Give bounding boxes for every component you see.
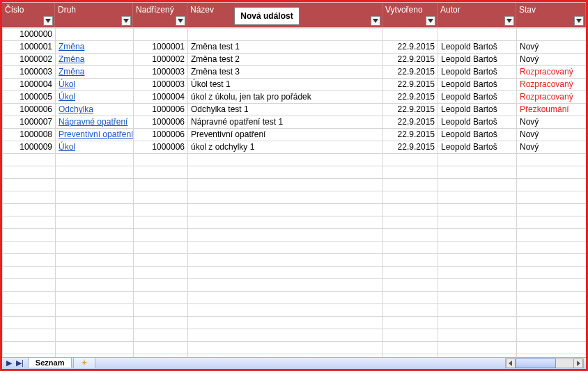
cell-druh[interactable] — [56, 216, 134, 228]
cell-vytvoreno — [383, 228, 438, 241]
table-row[interactable]: 1000008Preventivní opatření1000006Preven… — [3, 128, 587, 141]
table-row[interactable] — [3, 203, 587, 216]
tab-nav-last-icon[interactable]: ▶| — [16, 358, 24, 368]
cell-druh[interactable] — [56, 303, 134, 316]
scroll-right-icon[interactable] — [573, 358, 583, 368]
table-row[interactable] — [3, 216, 587, 228]
cell-nadrizeny: 1000001 — [134, 40, 188, 53]
tab-new-button[interactable] — [73, 357, 95, 368]
cell-druh[interactable] — [56, 166, 134, 178]
cell-druh[interactable]: Úkol — [56, 141, 134, 153]
cell-nadrizeny — [134, 329, 188, 341]
cell-druh[interactable] — [56, 266, 134, 278]
cell-vytvoreno — [383, 203, 438, 216]
table-row[interactable] — [3, 241, 587, 253]
cell-druh[interactable]: Úkol — [56, 78, 134, 90]
cell-nazev: Změna test 2 — [188, 53, 383, 65]
filter-dropdown-icon[interactable] — [371, 16, 380, 26]
cell-nazev — [188, 266, 383, 278]
column-header-stav[interactable]: Stav — [516, 3, 586, 27]
cell-nadrizeny: 1000006 — [134, 141, 188, 153]
cell-nadrizeny — [134, 266, 188, 278]
cell-druh[interactable] — [56, 291, 134, 303]
filter-dropdown-icon[interactable] — [426, 16, 435, 26]
cell-druh[interactable]: Změna — [56, 65, 134, 78]
cell-nazev: Odchylka test 1 — [188, 103, 383, 116]
cell-druh[interactable] — [56, 191, 134, 203]
table-row[interactable]: 1000004Úkol1000003Úkol test 122.9.2015Le… — [3, 78, 587, 90]
scroll-left-icon[interactable] — [506, 358, 516, 368]
table-row[interactable] — [3, 303, 587, 316]
cell-autor: Leopold Bartoš — [438, 128, 517, 141]
cell-cislo — [3, 153, 56, 166]
table-row[interactable]: 1000006Odchylka1000006Odchylka test 122.… — [3, 103, 587, 116]
table-row[interactable]: 1000001Změna1000001Změna test 122.9.2015… — [3, 40, 587, 53]
table-row[interactable] — [3, 178, 587, 191]
horizontal-scrollbar[interactable] — [505, 358, 584, 369]
cell-druh[interactable] — [56, 316, 134, 329]
table-row[interactable]: 1000002Změna1000002Změna test 222.9.2015… — [3, 53, 587, 65]
table-row[interactable] — [3, 341, 587, 354]
cell-stav: Rozpracovaný — [517, 65, 587, 78]
cell-druh[interactable] — [56, 241, 134, 253]
cell-druh[interactable] — [56, 153, 134, 166]
table-row[interactable] — [3, 329, 587, 341]
table-row[interactable] — [3, 228, 587, 241]
table-row[interactable] — [3, 316, 587, 329]
cell-cislo — [3, 203, 56, 216]
filter-dropdown-icon[interactable] — [121, 16, 131, 26]
table-row[interactable]: 1000003Změna1000003Změna test 322.9.2015… — [3, 65, 587, 78]
cell-druh[interactable] — [56, 203, 134, 216]
cell-cislo: 1000004 — [3, 78, 56, 90]
column-header-vytvoreno[interactable]: Vytvořeno — [382, 3, 438, 27]
filter-dropdown-icon[interactable] — [43, 16, 53, 26]
cell-druh[interactable]: Odchylka — [56, 103, 134, 116]
column-header-cislo[interactable]: Číslo — [2, 3, 55, 27]
filter-dropdown-icon[interactable] — [574, 16, 584, 26]
scroll-thumb[interactable] — [516, 358, 556, 368]
cell-stav — [517, 28, 587, 40]
cell-druh[interactable]: Změna — [56, 40, 134, 53]
table-row[interactable] — [3, 291, 587, 303]
table-row[interactable] — [3, 153, 587, 166]
table-row[interactable] — [3, 266, 587, 278]
table-row[interactable] — [3, 166, 587, 178]
cell-autor — [438, 241, 517, 253]
table-row[interactable]: 1000005Úkol1000004úkol z úkolu, jen tak … — [3, 90, 587, 103]
tab-nav-bar: ▶ ▶| Seznam — [2, 357, 586, 370]
cell-druh[interactable] — [56, 253, 134, 266]
cell-druh[interactable] — [56, 329, 134, 341]
cell-nadrizeny — [134, 28, 188, 40]
table-row[interactable]: 1000009Úkol1000006úkol z odchylky 122.9.… — [3, 141, 587, 153]
cell-nazev: Úkol test 1 — [188, 78, 383, 90]
cell-druh[interactable] — [56, 178, 134, 191]
cell-vytvoreno: 22.9.2015 — [383, 78, 438, 90]
column-header-nazev[interactable]: Název — [187, 3, 382, 27]
cell-druh[interactable] — [56, 28, 134, 40]
column-header-nadrizeny[interactable]: Nadřízený — [133, 3, 187, 27]
scroll-track[interactable] — [516, 358, 573, 368]
table-row[interactable]: 1000007Nápravné opatření1000006Nápravné … — [3, 116, 587, 128]
column-header-autor[interactable]: Autor — [438, 3, 516, 27]
cell-druh[interactable]: Změna — [56, 53, 134, 65]
filter-dropdown-icon[interactable] — [176, 16, 185, 26]
cell-druh[interactable] — [56, 341, 134, 354]
cell-druh[interactable] — [56, 228, 134, 241]
cell-vytvoreno: 22.9.2015 — [383, 141, 438, 153]
cell-druh[interactable] — [56, 278, 134, 291]
filter-dropdown-icon[interactable] — [504, 16, 514, 26]
cell-druh[interactable]: Preventivní opatření — [56, 128, 134, 141]
table-row[interactable] — [3, 278, 587, 291]
tab-nav-next-icon[interactable]: ▶ — [6, 358, 12, 368]
cell-druh[interactable]: Nápravné opatření — [56, 116, 134, 128]
table-row[interactable] — [3, 253, 587, 266]
table-row[interactable]: 1000000 — [3, 28, 587, 40]
cell-autor: Leopold Bartoš — [438, 65, 517, 78]
cell-nadrizeny — [134, 191, 188, 203]
cell-stav — [517, 316, 587, 329]
column-header-label: Nadřízený — [136, 5, 174, 15]
table-row[interactable] — [3, 191, 587, 203]
tab-seznam[interactable]: Seznam — [28, 357, 72, 368]
column-header-druh[interactable]: Druh — [55, 3, 133, 27]
cell-druh[interactable]: Úkol — [56, 90, 134, 103]
